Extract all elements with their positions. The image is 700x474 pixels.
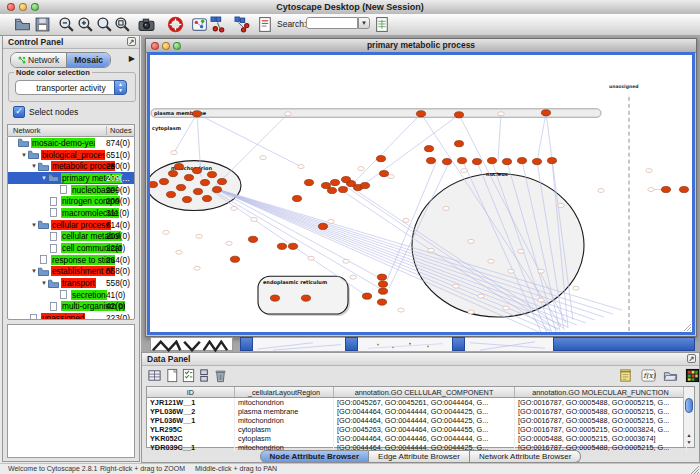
expand-triangle-icon[interactable]: ▼ <box>20 152 28 158</box>
network-node-small[interactable] <box>196 234 202 238</box>
attribute-checklist-icon[interactable] <box>181 368 196 383</box>
tree-row[interactable]: ▼metabolic process280(0) <box>8 160 134 172</box>
tree-row[interactable]: ▼cellular process614(0) <box>8 219 134 231</box>
table-row[interactable]: YLR295Ccytoplasm[GO:0045263, GO:0044464,… <box>147 425 687 434</box>
select-nodes-checkbox[interactable]: ✓ <box>13 106 25 118</box>
network-node-small[interactable] <box>226 241 232 245</box>
table-column-header[interactable]: annotation.GO MOLECULAR_FUNCTION <box>515 387 687 398</box>
network-node[interactable] <box>202 195 211 201</box>
network-node-small[interactable] <box>503 306 509 310</box>
network-node[interactable] <box>159 178 168 184</box>
network-node-small[interactable] <box>403 218 409 222</box>
search-input[interactable] <box>306 17 358 29</box>
network-node[interactable] <box>230 256 239 262</box>
tree-column-nodes[interactable]: Nodes <box>106 126 132 135</box>
network-node-small[interactable] <box>478 294 484 298</box>
table-vertical-scrollbar[interactable]: ▲▼ <box>683 387 694 447</box>
background-window-fragment-5[interactable] <box>358 337 452 351</box>
network-node[interactable] <box>377 274 386 280</box>
import-table-icon[interactable] <box>374 16 391 33</box>
new-attribute-icon[interactable] <box>165 368 180 383</box>
table-column-header[interactable]: ID <box>147 387 235 398</box>
tree-row[interactable]: secretion41(0) <box>8 289 134 301</box>
tree-row[interactable]: nucleobase-209(0) <box>8 184 134 196</box>
tree-row[interactable]: cellular metabol209(0) <box>8 231 134 243</box>
tree-column-network[interactable]: Network <box>13 126 41 135</box>
network-node-small[interactable] <box>388 175 394 179</box>
expand-triangle-icon[interactable]: ▼ <box>40 280 48 286</box>
network-node[interactable] <box>338 186 347 192</box>
select-attributes-icon[interactable] <box>147 368 162 383</box>
table-row[interactable]: YPL036W__1mitochondrion[GO:0044464, GO:0… <box>147 416 687 425</box>
tab-node-attribute-browser[interactable]: Node Attribute Browser <box>260 450 370 463</box>
network-node-small[interactable] <box>598 189 604 193</box>
network-window-icon[interactable] <box>191 16 208 33</box>
zoom-out-icon[interactable] <box>58 16 75 33</box>
network-node[interactable] <box>541 110 550 116</box>
tree-row[interactable]: mosaic-demo-yeast874(0) <box>8 137 134 149</box>
network-node[interactable] <box>327 187 336 193</box>
network-node[interactable] <box>200 179 209 185</box>
network-node-small[interactable] <box>350 275 356 279</box>
network-node[interactable] <box>330 179 339 185</box>
network-node[interactable] <box>379 170 388 176</box>
canvas-resize-grip[interactable] <box>684 324 691 331</box>
unified-view-icon[interactable] <box>197 368 212 383</box>
background-window-fragment-4[interactable] <box>345 337 358 351</box>
tab-network-attribute-browser[interactable]: Network Attribute Browser <box>470 450 581 463</box>
import-folder-icon[interactable] <box>663 368 678 383</box>
network-node-small[interactable] <box>573 286 579 290</box>
network-node-small[interactable] <box>251 217 257 221</box>
open-session-icon[interactable] <box>14 16 31 33</box>
network-node-small[interactable] <box>298 165 304 169</box>
search-dropdown-arrow-icon[interactable]: ▼ <box>358 17 370 29</box>
network-node[interactable] <box>168 170 177 176</box>
notepad-icon[interactable] <box>618 368 633 383</box>
network-canvas[interactable]: plasma membrane cytoplasm mitochondrion … <box>147 52 695 335</box>
help-lifering-icon[interactable] <box>167 16 184 33</box>
network-node-small[interactable] <box>231 206 237 210</box>
network-node-small[interactable] <box>508 269 514 273</box>
float-data-panel-icon[interactable]: ↗ <box>687 354 696 363</box>
network-node[interactable] <box>304 179 313 185</box>
network-node[interactable] <box>318 223 327 229</box>
network-node[interactable] <box>487 158 496 164</box>
network-node-small[interactable] <box>171 151 177 155</box>
tree-row[interactable]: ▼primary metabo209(... <box>8 172 134 184</box>
background-window-fragment-6[interactable] <box>452 337 465 351</box>
background-window-fragment-8[interactable] <box>553 337 695 351</box>
zoom-selected-icon[interactable] <box>96 16 113 33</box>
network-node[interactable] <box>679 186 688 192</box>
network-node[interactable] <box>207 171 216 177</box>
table-column-header[interactable]: annotation.GO CELLULAR_COMPONENT <box>334 387 515 398</box>
network-node-small[interactable] <box>443 206 449 210</box>
network-node[interactable] <box>362 293 371 299</box>
network-node[interactable] <box>547 158 556 164</box>
network-node[interactable] <box>502 159 511 165</box>
layout-icon-a[interactable] <box>210 16 227 33</box>
network-node[interactable] <box>292 195 301 201</box>
node-color-combobox[interactable]: transporter activity ▲▼ <box>15 80 127 95</box>
network-node[interactable] <box>457 158 466 164</box>
tree-row[interactable]: macromolecule311(0) <box>8 207 134 219</box>
network-node[interactable] <box>192 167 201 173</box>
network-node-small[interactable] <box>468 310 474 314</box>
network-node[interactable] <box>416 111 425 117</box>
birds-eye-view[interactable] <box>7 324 135 458</box>
table-row[interactable]: YPL036W__2plasma membrane[GO:0044464, GO… <box>147 407 687 416</box>
expand-triangle-icon[interactable]: ▼ <box>30 163 38 169</box>
network-node[interactable] <box>176 184 185 190</box>
network-window-titlebar[interactable]: primary metabolic process <box>146 39 696 53</box>
network-node-small[interactable] <box>398 308 404 312</box>
network-node-small[interactable] <box>646 169 652 173</box>
expand-triangle-icon[interactable]: ▼ <box>40 175 48 181</box>
tree-row[interactable]: multi-organism pro42(0) <box>8 301 134 313</box>
network-node[interactable] <box>301 295 310 301</box>
network-node-small[interactable] <box>648 188 654 192</box>
tree-row[interactable]: ▼transport558(0) <box>8 277 134 289</box>
network-node[interactable] <box>288 243 297 249</box>
network-node[interactable] <box>378 288 387 294</box>
network-node-small[interactable] <box>538 298 544 302</box>
network-node[interactable] <box>248 236 257 242</box>
float-panel-icon[interactable]: ↗ <box>127 37 136 46</box>
